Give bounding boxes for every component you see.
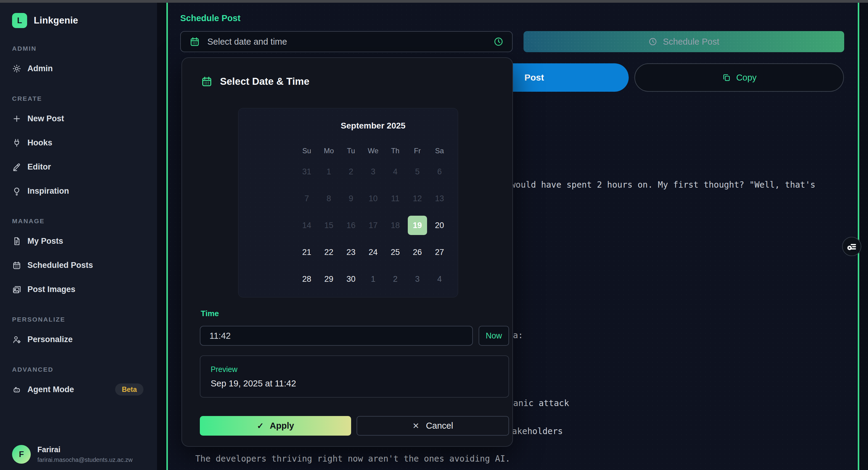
sidebar-item-new-post[interactable]: New Post [12,109,157,128]
app-name: Linkgenie [34,15,78,26]
weekday-label: Mo [318,146,340,155]
sidebar-item-scheduled-posts[interactable]: Scheduled Posts [12,256,157,275]
datetime-picker-modal: Select Date & Time September 2025 SuMoTu… [181,57,513,447]
calendar-day[interactable]: 22 [319,242,338,262]
calendar-day[interactable]: 17 [364,216,383,235]
calendar-day[interactable]: 10 [364,189,383,208]
calendar-day[interactable]: 15 [319,216,338,235]
calendar-day[interactable]: 29 [319,269,338,289]
schedule-post-heading: Schedule Post [180,13,241,23]
sidebar-item-admin[interactable]: Admin [12,59,157,78]
sidebar-section-admin: ADMINAdmin [12,45,157,78]
sidebar-item-label: Post Images [27,285,75,294]
user-account[interactable]: F Farirai farirai.masocha@students.uz.ac… [12,445,133,464]
calendar-day[interactable]: 13 [430,189,449,208]
calendar-day[interactable]: 11 [385,189,405,208]
calendar-icon [12,261,22,270]
content-right-border [858,3,859,470]
calendar-day[interactable]: 8 [319,189,338,208]
datetime-field[interactable]: Select date and time [180,31,513,52]
calendar-day[interactable]: 4 [430,269,449,289]
calendar-day[interactable]: 3 [364,162,383,181]
sidebar-item-label: New Post [27,114,64,123]
sidebar-item-label: Inspiration [27,186,69,196]
calendar-day[interactable]: 2 [385,269,405,289]
sidebar-item-hooks[interactable]: Hooks [12,133,157,152]
weekday-label: Su [296,146,318,155]
left-gutter [157,3,166,470]
calendar-day[interactable]: 2 [341,162,361,181]
calendar-day[interactable]: 1 [319,162,338,181]
sidebar-item-editor[interactable]: Editor [12,157,157,176]
right-gutter [859,3,868,470]
main-content: Schedule Post Select date and time Sched… [168,3,858,470]
calendar-icon [201,76,213,87]
sidebar-item-label: Editor [27,162,51,172]
sidebar-item-label: Agent Mode [27,385,74,394]
clock-icon [648,37,657,46]
time-input[interactable] [200,326,473,346]
sidebar-item-label: Scheduled Posts [27,261,93,270]
calendar-day[interactable]: 30 [341,269,361,289]
weekday-label: Th [384,146,406,155]
app-logo[interactable]: L Linkgenie [12,13,157,28]
sidebar-item-agent-mode[interactable]: Agent ModeBeta [12,380,157,399]
calendar-day[interactable]: 1 [364,269,383,289]
sidebar-item-post-images[interactable]: Post Images [12,280,157,299]
schedule-post-button[interactable]: Schedule Post [524,31,844,52]
copy-button[interactable]: Copy [634,63,844,92]
calendar-day[interactable]: 26 [408,242,427,262]
now-button[interactable]: Now [478,326,509,346]
weekday-label: Tu [340,146,362,155]
sidebar-item-label: Personalize [27,335,73,344]
weekday-label: Fr [406,146,428,155]
calendar-day[interactable]: 23 [341,242,361,262]
calendar-day[interactable]: 21 [297,242,316,262]
plus-icon [12,114,22,123]
clock-icon [493,36,504,47]
sidebar-item-label: My Posts [27,236,63,246]
preview-label: Preview [211,365,498,374]
check-icon: ✓ [257,421,264,431]
sidebar-item-label: Hooks [27,138,53,148]
user-gear-icon [12,335,22,344]
weekday-label: Sa [429,146,451,155]
sidebar-section-personalize: PERSONALIZEPersonalize [12,316,157,349]
sidebar-section-advanced: ADVANCEDAgent ModeBeta [12,366,157,399]
robot-icon [12,385,22,394]
calendar-day[interactable]: 31 [297,162,316,181]
pencil-icon [12,162,22,172]
calendar-day-selected[interactable]: 19 [408,216,427,235]
sidebar: L Linkgenie ADMINAdminCREATENew PostHook… [0,3,157,470]
preview-value: Sep 19, 2025 at 11:42 [211,379,498,388]
calendar-day[interactable]: 9 [341,189,361,208]
playlist-icon [846,241,858,252]
app-screen: L Linkgenie ADMINAdminCREATENew PostHook… [0,0,868,470]
calendar-day[interactable]: 4 [385,162,405,181]
calendar-day[interactable]: 18 [385,216,405,235]
agent-panel-toggle-button[interactable] [842,237,861,256]
datetime-placeholder: Select date and time [207,37,287,47]
calendar-day[interactable]: 24 [364,242,383,262]
calendar-day[interactable]: 6 [430,162,449,181]
calendar-day[interactable]: 7 [297,189,316,208]
cancel-button[interactable]: ✕ Cancel [356,416,509,436]
sidebar-section-label: MANAGE [12,217,157,225]
apply-button[interactable]: ✓ Apply [200,416,351,436]
sidebar-item-inspiration[interactable]: Inspiration [12,181,157,201]
logo-mark: L [12,13,27,28]
sidebar-item-personalize[interactable]: Personalize [12,330,157,349]
sidebar-item-my-posts[interactable]: My Posts [12,231,157,251]
calendar-day[interactable]: 12 [408,189,427,208]
calendar-day[interactable]: 5 [408,162,427,181]
calendar-day[interactable]: 3 [408,269,427,289]
calendar-day[interactable]: 28 [297,269,316,289]
window-top-strip [0,0,868,3]
weekday-label: We [362,146,384,155]
calendar-day[interactable]: 25 [385,242,405,262]
calendar-day[interactable]: 14 [297,216,316,235]
calendar-day[interactable]: 16 [341,216,361,235]
calendar-day[interactable]: 20 [430,216,449,235]
sidebar-section-manage: MANAGEMy PostsScheduled PostsPost Images [12,217,157,299]
calendar-day[interactable]: 27 [430,242,449,262]
